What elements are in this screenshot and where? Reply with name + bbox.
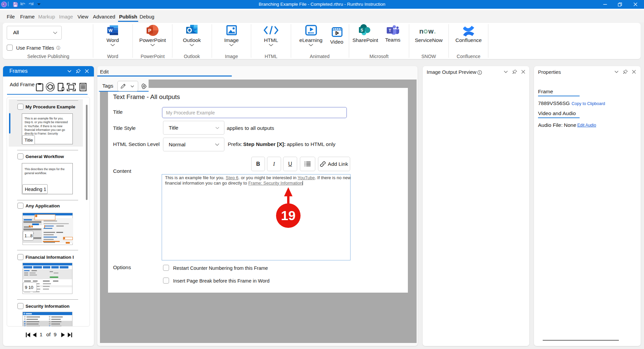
svg-text:W: W [108, 28, 113, 33]
svg-text:19: 19 [281, 208, 296, 223]
svg-text:S: S [361, 28, 363, 33]
svg-text:w: w [428, 28, 434, 35]
svg-text:R: R [2, 3, 4, 5]
svg-text:T: T [389, 28, 391, 33]
svg-text:n: n [419, 28, 423, 35]
svg-text:P: P [148, 28, 151, 33]
